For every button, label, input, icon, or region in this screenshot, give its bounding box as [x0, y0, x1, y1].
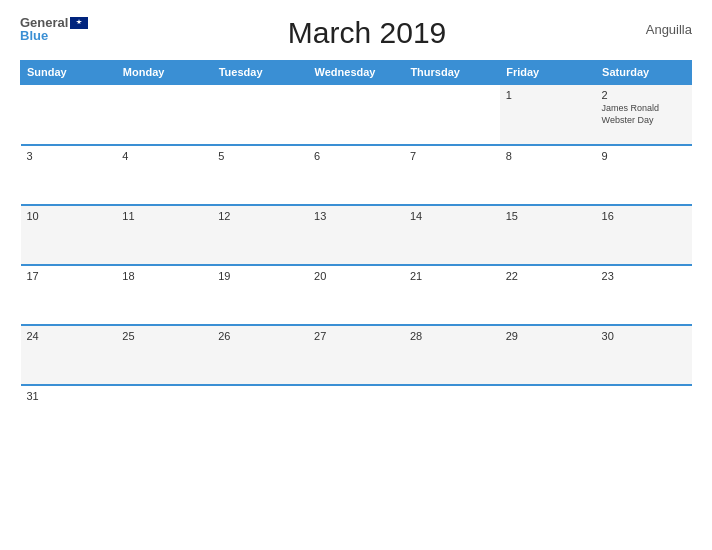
day-number: 12: [218, 210, 302, 222]
header-tuesday: Tuesday: [212, 61, 308, 85]
logo-flag-icon: [70, 17, 88, 29]
day-number: 9: [602, 150, 686, 162]
day-number: 6: [314, 150, 398, 162]
calendar-cell: 10: [21, 205, 117, 265]
day-number: 31: [27, 390, 111, 402]
calendar-cell: 12: [212, 205, 308, 265]
day-number: 21: [410, 270, 494, 282]
logo-blue-text: Blue: [20, 29, 48, 42]
day-number: 17: [27, 270, 111, 282]
calendar-cell: [212, 84, 308, 145]
header: General Blue March 2019 Anguilla: [20, 16, 692, 50]
header-wednesday: Wednesday: [308, 61, 404, 85]
calendar-cell: 21: [404, 265, 500, 325]
page: General Blue March 2019 Anguilla Sunday …: [0, 0, 712, 550]
calendar-cell: 13: [308, 205, 404, 265]
calendar-cell: [308, 385, 404, 445]
calendar-week-row: 24252627282930: [21, 325, 692, 385]
event-label: James Ronald Webster Day: [602, 103, 686, 126]
calendar-cell: [212, 385, 308, 445]
calendar-cell: 2James Ronald Webster Day: [596, 84, 692, 145]
calendar-cell: 27: [308, 325, 404, 385]
calendar-cell: 25: [116, 325, 212, 385]
calendar-cell: [596, 385, 692, 445]
day-number: 5: [218, 150, 302, 162]
day-number: 25: [122, 330, 206, 342]
header-friday: Friday: [500, 61, 596, 85]
calendar-cell: 5: [212, 145, 308, 205]
calendar-cell: 19: [212, 265, 308, 325]
day-number: 15: [506, 210, 590, 222]
calendar-cell: 14: [404, 205, 500, 265]
calendar-cell: 1: [500, 84, 596, 145]
calendar-cell: 9: [596, 145, 692, 205]
day-number: 14: [410, 210, 494, 222]
calendar-cell: 24: [21, 325, 117, 385]
day-number: 10: [27, 210, 111, 222]
calendar-cell: [404, 385, 500, 445]
calendar-cell: 16: [596, 205, 692, 265]
calendar-cell: 23: [596, 265, 692, 325]
day-number: 26: [218, 330, 302, 342]
country-label: Anguilla: [646, 16, 692, 37]
calendar-cell: 18: [116, 265, 212, 325]
day-number: 20: [314, 270, 398, 282]
day-number: 18: [122, 270, 206, 282]
day-number: 28: [410, 330, 494, 342]
day-number: 29: [506, 330, 590, 342]
day-number: 8: [506, 150, 590, 162]
day-number: 27: [314, 330, 398, 342]
calendar-cell: 4: [116, 145, 212, 205]
calendar-cell: 15: [500, 205, 596, 265]
day-number: 3: [27, 150, 111, 162]
logo: General Blue: [20, 16, 88, 42]
weekday-header-row: Sunday Monday Tuesday Wednesday Thursday…: [21, 61, 692, 85]
calendar-week-row: 12James Ronald Webster Day: [21, 84, 692, 145]
header-sunday: Sunday: [21, 61, 117, 85]
calendar-cell: [21, 84, 117, 145]
header-saturday: Saturday: [596, 61, 692, 85]
calendar-week-row: 17181920212223: [21, 265, 692, 325]
calendar-week-row: 10111213141516: [21, 205, 692, 265]
calendar-cell: [308, 84, 404, 145]
calendar-cell: [404, 84, 500, 145]
day-number: 16: [602, 210, 686, 222]
day-number: 4: [122, 150, 206, 162]
calendar-cell: 6: [308, 145, 404, 205]
day-number: 11: [122, 210, 206, 222]
calendar-cell: 26: [212, 325, 308, 385]
calendar-table: Sunday Monday Tuesday Wednesday Thursday…: [20, 60, 692, 445]
calendar-week-row: 3456789: [21, 145, 692, 205]
calendar-cell: 29: [500, 325, 596, 385]
calendar-cell: [500, 385, 596, 445]
calendar-cell: 11: [116, 205, 212, 265]
calendar-title: March 2019: [88, 16, 645, 50]
calendar-cell: [116, 385, 212, 445]
day-number: 2: [602, 89, 686, 101]
calendar-cell: 7: [404, 145, 500, 205]
day-number: 1: [506, 89, 590, 101]
calendar-week-row: 31: [21, 385, 692, 445]
calendar-cell: 31: [21, 385, 117, 445]
calendar-cell: 30: [596, 325, 692, 385]
calendar-cell: 8: [500, 145, 596, 205]
calendar-cell: 28: [404, 325, 500, 385]
header-thursday: Thursday: [404, 61, 500, 85]
day-number: 23: [602, 270, 686, 282]
header-monday: Monday: [116, 61, 212, 85]
calendar-cell: 3: [21, 145, 117, 205]
day-number: 13: [314, 210, 398, 222]
day-number: 22: [506, 270, 590, 282]
day-number: 7: [410, 150, 494, 162]
day-number: 19: [218, 270, 302, 282]
calendar-cell: 22: [500, 265, 596, 325]
day-number: 30: [602, 330, 686, 342]
calendar-cell: 20: [308, 265, 404, 325]
calendar-cell: [116, 84, 212, 145]
calendar-cell: 17: [21, 265, 117, 325]
day-number: 24: [27, 330, 111, 342]
